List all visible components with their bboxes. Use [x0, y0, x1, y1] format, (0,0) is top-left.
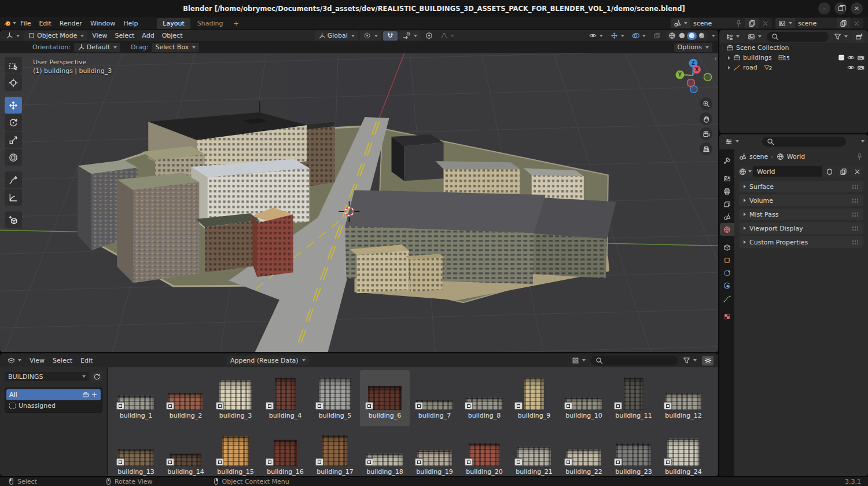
asset-building_21[interactable]: building_21 — [509, 426, 559, 476]
asset-building_20[interactable]: building_20 — [459, 426, 509, 476]
tab-shading[interactable]: Shading — [192, 18, 229, 29]
properties-tab-physics[interactable] — [720, 279, 734, 292]
options-dropdown[interactable]: Options — [674, 43, 712, 52]
drag-handle-icon[interactable] — [852, 212, 859, 217]
drag-dropdown[interactable]: Select Box — [152, 43, 199, 52]
nav-zoom-button[interactable] — [700, 97, 712, 110]
shading-solid-button[interactable] — [677, 32, 687, 40]
browse-world-button[interactable] — [739, 166, 752, 177]
asset-filter-dropdown[interactable] — [680, 356, 700, 365]
shading-rendered-button[interactable] — [697, 32, 707, 40]
asset-building_18[interactable]: building_18 — [360, 426, 410, 476]
exclude-checkbox[interactable] — [838, 54, 845, 61]
tab-layout[interactable]: Layout — [157, 18, 190, 29]
add-catalog-button[interactable] — [91, 391, 98, 399]
unlink-world-button[interactable] — [851, 166, 863, 177]
asset-settings-toggle[interactable] — [702, 356, 713, 366]
panel-viewport-display[interactable]: Viewport Display — [739, 222, 863, 234]
gizmos-toggle[interactable] — [608, 31, 627, 41]
world-name-field[interactable]: World — [753, 166, 822, 177]
outliner-row-buildings[interactable]: buildings15 — [719, 53, 868, 63]
outliner-row-scene-collection[interactable]: Scene Collection — [719, 43, 868, 53]
view-layer-name-field[interactable]: scene — [795, 18, 837, 28]
visibility-dropdown[interactable] — [586, 31, 606, 41]
asset-building_9[interactable]: building_9 — [509, 370, 559, 426]
properties-tab-world[interactable] — [720, 223, 734, 236]
catalog-unassigned[interactable]: Unassigned — [6, 400, 101, 411]
tool-scale[interactable] — [5, 131, 22, 148]
snap-settings-dropdown[interactable] — [399, 31, 421, 41]
properties-tab-material[interactable] — [720, 310, 734, 323]
panel-mist-pass[interactable]: Mist Pass — [739, 209, 863, 220]
viewport-canvas[interactable]: User Perspective (1) buildings | buildin… — [0, 53, 718, 352]
asset-search-input[interactable] — [591, 356, 678, 366]
properties-tab-constraints[interactable] — [720, 266, 734, 279]
properties-tab-collection[interactable] — [720, 241, 734, 254]
hide-eye-toggle[interactable] — [847, 64, 855, 71]
nav-pan-button[interactable] — [700, 112, 712, 125]
menu-help[interactable]: Help — [119, 19, 142, 28]
display-size-dropdown[interactable] — [569, 356, 589, 365]
overlays-toggle[interactable] — [629, 31, 649, 41]
outliner-filter-dropdown[interactable] — [831, 32, 851, 41]
fake-user-button[interactable] — [823, 166, 836, 177]
restore-button[interactable] — [834, 2, 847, 14]
asset-building_4[interactable]: building_4 — [260, 370, 310, 426]
new-collection-button[interactable] — [853, 32, 865, 42]
properties-tab-render[interactable] — [720, 172, 734, 185]
add-workspace-button[interactable]: + — [230, 18, 242, 29]
menu-window[interactable]: Window — [86, 19, 119, 28]
asset-building_10[interactable]: building_10 — [559, 370, 609, 426]
duplicate-world-button[interactable] — [837, 166, 849, 177]
properties-options-dropdown[interactable] — [861, 140, 865, 142]
asset-menu-view[interactable]: View — [27, 356, 47, 365]
delete-scene-button[interactable] — [759, 18, 772, 28]
pin-icon[interactable] — [856, 153, 863, 160]
render-visibility-toggle[interactable] — [857, 64, 865, 71]
menu-edit[interactable]: Edit — [35, 19, 55, 28]
asset-building_23[interactable]: building_23 — [609, 426, 659, 476]
drag-handle-icon[interactable] — [852, 184, 859, 189]
proportional-falloff-dropdown[interactable] — [437, 31, 457, 41]
shading-material-button[interactable] — [687, 32, 697, 40]
properties-tab-output[interactable] — [720, 185, 734, 198]
tool-move[interactable] — [5, 97, 22, 114]
asset-building_19[interactable]: building_19 — [410, 426, 459, 476]
scene-name-field[interactable]: scene — [690, 18, 732, 28]
navigation-gizmo[interactable]: Z X Y — [672, 54, 716, 95]
blender-logo-icon[interactable] — [3, 20, 11, 27]
properties-tab-view-layer[interactable] — [720, 198, 734, 210]
viewport-menu-select[interactable]: Select — [112, 31, 137, 41]
asset-editor-type-button[interactable] — [5, 356, 24, 365]
tool-cursor[interactable] — [5, 74, 22, 91]
panel-surface[interactable]: Surface — [739, 181, 863, 192]
asset-menu-edit[interactable]: Edit — [78, 356, 95, 365]
asset-building_1[interactable]: building_1 — [111, 370, 161, 426]
tool-rotate[interactable] — [5, 114, 22, 131]
properties-editor-type-button[interactable] — [722, 137, 742, 146]
breadcrumb-world[interactable]: World — [787, 153, 806, 160]
asset-building_5[interactable]: building_5 — [310, 370, 360, 426]
new-view-layer-button[interactable] — [837, 18, 850, 28]
tool-measure[interactable] — [5, 189, 22, 206]
menu-file[interactable]: File — [16, 19, 35, 28]
viewport-menu-object[interactable]: Object — [159, 31, 186, 41]
viewport-menu-view[interactable]: View — [89, 31, 110, 41]
asset-building_24[interactable]: building_24 — [659, 426, 708, 476]
refresh-library-button[interactable] — [91, 372, 102, 382]
properties-tab-object[interactable] — [720, 254, 734, 266]
pivot-point-dropdown[interactable] — [360, 31, 381, 41]
minimize-button[interactable]: – — [818, 2, 830, 14]
tool-select-box[interactable] — [5, 57, 22, 74]
outliner-search-input[interactable] — [767, 32, 829, 42]
catalog-all[interactable]: All — [6, 389, 101, 400]
tool-annotate[interactable] — [5, 171, 22, 188]
menu-render[interactable]: Render — [56, 19, 86, 28]
xray-toggle[interactable] — [650, 31, 664, 41]
drag-handle-icon[interactable] — [852, 198, 859, 203]
browse-scene-button[interactable] — [671, 18, 690, 28]
asset-building_22[interactable]: building_22 — [559, 426, 609, 476]
hide-eye-toggle[interactable] — [847, 54, 855, 61]
delete-view-layer-button[interactable] — [850, 18, 863, 28]
breadcrumb-scene[interactable]: scene — [749, 153, 768, 160]
